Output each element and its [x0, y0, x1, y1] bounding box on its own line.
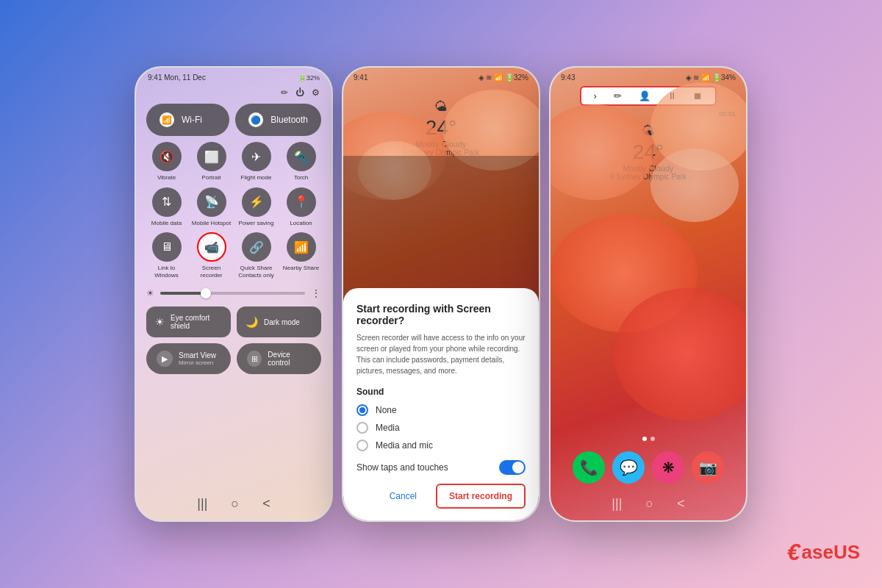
device-control-tile[interactable]: ⊞ Device control	[237, 343, 321, 374]
bluetooth-label: Bluetooth	[270, 115, 308, 125]
toggle-knob	[512, 462, 524, 473]
smart-view-label: Smart View	[179, 351, 216, 359]
quick-share-icon: 🔗	[242, 232, 271, 262]
quick-share-label: Quick Share Contacts only	[236, 265, 276, 279]
dot-2	[650, 437, 655, 441]
nav-recent-icon[interactable]: |||	[197, 496, 207, 512]
hotspot-tile[interactable]: 📡 Mobile Hotspot	[191, 187, 232, 227]
phone3-status-bar: 9:43 ◈ ≋ 📶 🔋34%	[551, 68, 746, 85]
quick-share-tile[interactable]: 🔗 Quick Share Contacts only	[236, 232, 276, 279]
dock-flower-icon[interactable]: ❋	[652, 451, 684, 484]
smart-view-icon: ▶	[157, 351, 173, 367]
eye-comfort-tile[interactable]: ☀ Eye comfort shield	[146, 306, 231, 337]
bottom-tiles: ▶ Smart View Mirror screen ⊞ Device cont…	[136, 343, 331, 374]
show-taps-toggle[interactable]	[499, 460, 526, 475]
phone3-status-icons: ◈ ≋ 📶 🔋34%	[686, 74, 736, 82]
phone1-time: 9:41 Mon, 11 Dec	[148, 74, 206, 82]
bluetooth-tile[interactable]: 🔵 Bluetooth	[235, 104, 321, 136]
phone3-nav: ||| ○ <	[551, 496, 746, 512]
sound-media-radio[interactable]	[356, 422, 368, 434]
dock-row: 📞 💬 ❋ 📷	[551, 451, 746, 484]
eye-comfort-label: Eye comfort shield	[171, 314, 222, 330]
sound-none-radio[interactable]	[356, 404, 368, 416]
sound-media-mic-option[interactable]: Media and mic	[356, 440, 526, 451]
easeus-text: aseUS	[802, 541, 861, 564]
flight-icon: ✈	[242, 142, 271, 171]
nav-back-icon[interactable]: <	[262, 496, 270, 512]
hotspot-label: Mobile Hotspot	[192, 220, 231, 227]
nearby-share-tile[interactable]: 📶 Nearby Share	[281, 232, 321, 279]
power-icon[interactable]: ⏻	[295, 87, 304, 98]
mobile-data-icon: ⇅	[152, 187, 182, 217]
quick-tiles-row: 📶 Wi-Fi 🔵 Bluetooth	[136, 104, 331, 136]
brightness-dot	[201, 288, 211, 298]
device-control-label: Device control	[268, 351, 311, 367]
device-control-icon: ⊞	[247, 351, 262, 367]
show-taps-row: Show taps and touches	[356, 460, 526, 475]
vibrate-tile[interactable]: 🔇 Vibrate	[146, 142, 187, 182]
phone1-nav: ||| ○ <	[136, 496, 331, 512]
sound-media-option[interactable]: Media	[356, 422, 526, 434]
eye-comfort-icon: ☀	[155, 316, 165, 328]
sound-media-mic-radio[interactable]	[356, 440, 368, 451]
radio-dot-none	[359, 407, 365, 413]
mobile-data-label: Mobile data	[151, 220, 182, 227]
nav2-back-icon[interactable]: <	[470, 496, 478, 512]
quick-grid-2: ⇅ Mobile data 📡 Mobile Hotspot ⚡ Power s…	[136, 187, 331, 227]
brightness-slider[interactable]	[160, 292, 305, 295]
location-tile[interactable]: 📍 Location	[281, 187, 321, 227]
rec-expand-icon[interactable]: ›	[593, 90, 596, 101]
dot-1	[642, 437, 647, 441]
portrait-tile[interactable]: ⬜ Portrait	[191, 142, 232, 182]
link-windows-icon: 🖥	[152, 232, 182, 262]
sound-media-mic-label: Media and mic	[376, 440, 433, 451]
cloud-decoration-6	[650, 148, 739, 222]
link-windows-tile[interactable]: 🖥 Link to Windows	[146, 232, 187, 279]
smart-view-tile[interactable]: ▶ Smart View Mirror screen	[146, 343, 231, 374]
power-saving-tile[interactable]: ⚡ Power saving	[236, 187, 276, 227]
screen-recorder-dialog: Start recording with Screen recorder? Sc…	[343, 288, 539, 520]
phone2-status-bar: 9:41 ◈ ≋ 📶 🔋32%	[343, 68, 539, 85]
quick-grid-3: 🖥 Link to Windows 📹 Screen recorder 🔗 Qu…	[136, 232, 331, 279]
rec-pen-icon[interactable]: ✏	[614, 90, 622, 101]
mobile-data-tile[interactable]: ⇅ Mobile data	[146, 187, 187, 227]
bluetooth-icon: 🔵	[248, 112, 263, 127]
show-taps-label: Show taps and touches	[356, 462, 448, 473]
brightness-row: ☀ ⋮	[136, 284, 331, 302]
settings-icon[interactable]: ⚙	[312, 87, 320, 98]
brightness-fill	[160, 292, 204, 295]
portrait-icon: ⬜	[197, 142, 226, 171]
dock-phone-icon[interactable]: 📞	[573, 451, 605, 484]
dialog-description: Screen recorder will have access to the …	[356, 332, 526, 376]
flight-label: Flight mode	[241, 174, 272, 182]
wifi-tile[interactable]: 📶 Wi-Fi	[146, 104, 229, 136]
sound-none-option[interactable]: None	[356, 404, 526, 416]
nav2-home-icon[interactable]: ○	[438, 496, 446, 512]
screen-recorder-tile[interactable]: 📹 Screen recorder	[191, 232, 232, 279]
nav3-recent-icon[interactable]: |||	[612, 496, 622, 512]
wifi-label: Wi-Fi	[182, 115, 202, 125]
location-icon: 📍	[287, 187, 316, 217]
pencil-icon[interactable]: ✏	[281, 87, 288, 98]
nav2-recent-icon[interactable]: |||	[404, 496, 415, 512]
phone1-background: 9:41 Mon, 11 Dec 🔋32% ✏ ⏻ ⚙ 📶 Wi-Fi 🔵 Bl…	[136, 68, 331, 520]
nav3-home-icon[interactable]: ○	[645, 496, 653, 512]
nav-home-icon[interactable]: ○	[231, 496, 239, 512]
flight-tile[interactable]: ✈ Flight mode	[236, 142, 276, 182]
cloud-decoration-8	[614, 288, 747, 420]
phone3-background: 9:43 ◈ ≋ 📶 🔋34% › ✏ 👤 ⏸ ⏹ 00:01 🌤 24° Mo…	[551, 68, 746, 520]
nav3-back-icon[interactable]: <	[677, 496, 685, 512]
vibrate-icon: 🔇	[152, 142, 182, 171]
dock-messages-icon[interactable]: 💬	[612, 451, 645, 484]
brightness-more-icon[interactable]: ⋮	[311, 287, 321, 299]
phone3-time: 9:43	[561, 74, 575, 82]
dark-mode-tile[interactable]: 🌙 Dark mode	[237, 306, 321, 337]
dialog-overlay: Start recording with Screen recorder? Sc…	[343, 156, 539, 520]
torch-tile[interactable]: 🔦 Torch	[281, 142, 321, 182]
dock-camera-icon[interactable]: 📷	[692, 451, 724, 484]
easeus-e-icon: €	[787, 539, 800, 566]
rec-profile-icon[interactable]: 👤	[639, 90, 650, 101]
portrait-label: Portrait	[202, 174, 221, 182]
torch-icon: 🔦	[287, 142, 316, 171]
phone-3: 9:43 ◈ ≋ 📶 🔋34% › ✏ 👤 ⏸ ⏹ 00:01 🌤 24° Mo…	[549, 66, 747, 522]
